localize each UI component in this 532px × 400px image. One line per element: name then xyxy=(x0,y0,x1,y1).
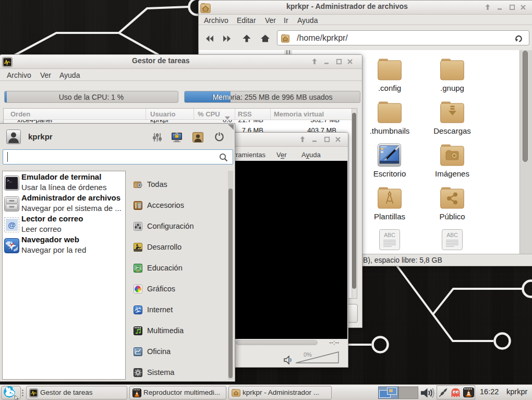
svg-text:ABC: ABC xyxy=(384,232,395,238)
svg-text:3+1: 3+1 xyxy=(135,266,141,269)
svg-text:>_: >_ xyxy=(7,178,12,183)
svg-text:@: @ xyxy=(8,220,16,229)
svg-text:ABC: ABC xyxy=(446,232,458,238)
